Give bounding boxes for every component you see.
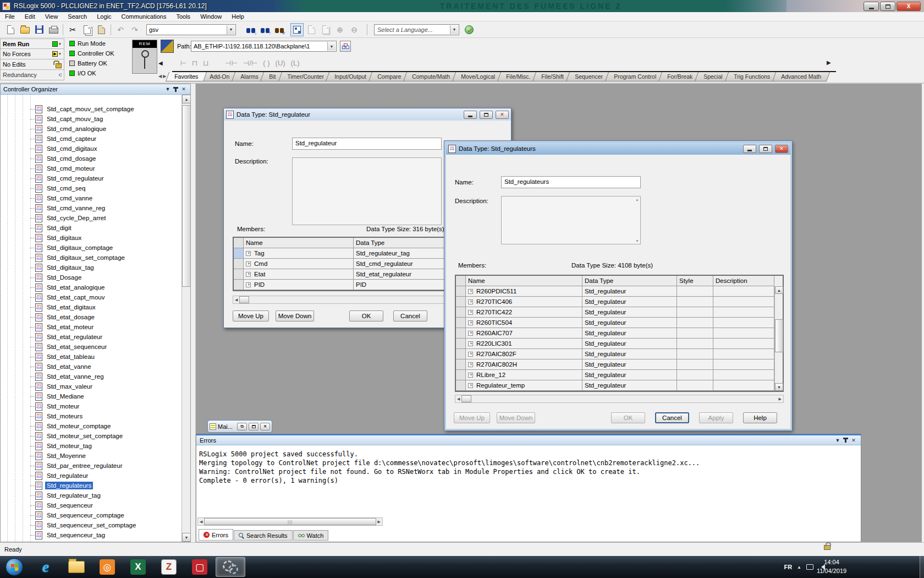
tree-item[interactable]: Std_digitaux_set_comptage	[1, 253, 182, 263]
errors-hscrollbar[interactable]: ◀ ||| ▶	[197, 517, 383, 526]
tab-watch[interactable]: Watch	[293, 530, 329, 541]
scroll-down-icon[interactable]: ▼	[635, 239, 639, 243]
tree-item[interactable]: Std_moteur_comptage	[1, 421, 182, 431]
tree-item[interactable]: Std_capt_mouv_tag	[1, 114, 182, 124]
member-row[interactable]: R270AIC802FStd_regulateur	[456, 349, 783, 359]
replace-button[interactable]: ★	[273, 23, 286, 36]
tab-compute-math[interactable]: Compute/Math	[403, 72, 459, 81]
tree-item[interactable]: Std_etat_tableau	[1, 352, 182, 362]
description-field[interactable]: ▲ ▼	[501, 196, 641, 244]
chevron-down-icon[interactable]: ▼	[834, 438, 842, 443]
chevron-down-icon[interactable]: ▼	[327, 42, 336, 51]
expand-icon[interactable]	[246, 282, 251, 287]
language-combo[interactable]: Select a Language... ▼	[374, 24, 459, 35]
close-icon[interactable]: ✕	[850, 438, 857, 443]
member-row[interactable]: R220LIC301Std_regulateur	[456, 339, 783, 349]
minimize-button[interactable]	[743, 145, 756, 153]
cancel-button[interactable]: Cancel	[655, 412, 689, 423]
scroll-left-icon[interactable]: ◀	[158, 60, 163, 66]
search-combo[interactable]: ▼	[146, 24, 236, 35]
apply-button[interactable]: Apply	[699, 412, 733, 423]
tree-item[interactable]: Std_Dosage	[1, 272, 182, 282]
chevron-down-icon[interactable]: ▼	[58, 52, 62, 56]
expand-icon[interactable]	[468, 362, 473, 367]
move-up-button[interactable]: Move Up	[233, 310, 269, 321]
scroll-up-icon[interactable]: ▲	[182, 95, 191, 103]
tree-item[interactable]: Std_moteur_set_comptage	[1, 431, 182, 441]
tree-item[interactable]: Std_max_valeur	[1, 381, 182, 391]
tree-item[interactable]: Std_digitaux_comptage	[1, 243, 182, 253]
tab-favorites[interactable]: Favorites	[166, 72, 207, 81]
member-row[interactable]: R270TIC406Std_regulateur	[456, 297, 783, 307]
close-button[interactable]: ✕	[775, 145, 788, 153]
tree-item[interactable]: Std_etat_sequenceur	[1, 342, 182, 352]
redundancy-button[interactable]: Redundancy ⑆	[0, 70, 64, 80]
ote-coil-icon[interactable]: ( )	[263, 59, 270, 67]
xic-contact-icon[interactable]: ⊣⊢	[225, 59, 238, 67]
errors-header[interactable]: Errors ▼ ✕	[196, 435, 861, 445]
tree-item[interactable]: Std_Mediane	[1, 391, 182, 401]
zoom-out-button[interactable]: ⊖	[348, 23, 361, 36]
chevron-down-icon[interactable]: ▼	[450, 25, 458, 34]
member-row[interactable]: R260PDIC511Std_regulateur	[456, 286, 783, 297]
scrollbar-thumb[interactable]	[461, 395, 471, 402]
tree-item[interactable]: Std_etat_dosage	[1, 312, 182, 322]
redo-button[interactable]: ↷	[128, 23, 141, 36]
row-selector[interactable]	[234, 269, 244, 280]
name-field[interactable]: Std_regulateurs	[501, 176, 641, 188]
chevron-down-icon[interactable]: ▼	[58, 42, 62, 46]
menu-logic[interactable]: Logic	[92, 13, 116, 20]
row-selector[interactable]	[456, 359, 466, 370]
tab-move-logical[interactable]: Move/Logical	[452, 72, 504, 81]
tree-item[interactable]: Std_sequenceur_comptage	[1, 510, 182, 520]
tabs-scroll-right-icon[interactable]: ▶	[163, 74, 166, 79]
row-selector[interactable]	[456, 307, 466, 318]
tab-trig-functions[interactable]: Trig Functions	[725, 72, 779, 81]
tab-input-output[interactable]: Input/Output	[326, 72, 375, 81]
menu-edit[interactable]: Edit	[20, 13, 40, 20]
tree-item[interactable]: Std_cmd_capteur	[1, 134, 182, 144]
tree-item[interactable]: Std_etat_regulateur	[1, 332, 182, 342]
restore-button[interactable]	[880, 2, 895, 11]
tree-item[interactable]: Std_etat_digitaux	[1, 302, 182, 312]
taskbar-clock[interactable]: 14:04 11/04/2019	[810, 558, 854, 575]
taskbar-explorer[interactable]	[62, 557, 91, 577]
move-up-button[interactable]: Move Up	[454, 412, 490, 423]
tree-item[interactable]: Std_sequenceur	[1, 500, 182, 510]
ok-button[interactable]: OK	[349, 310, 383, 321]
tree-item[interactable]: Std_sequenceur_set_comptage	[1, 520, 182, 530]
print-button[interactable]	[47, 23, 60, 36]
taskbar-internet-explorer[interactable]: e	[31, 557, 61, 577]
tree-item[interactable]: Std_etat_vanne_reg	[1, 372, 182, 381]
tree-item[interactable]: Std_regulateur	[1, 471, 182, 481]
tree-item[interactable]: Std_moteur_tag	[1, 441, 182, 451]
new-button[interactable]	[4, 23, 17, 36]
minimize-button[interactable]	[464, 111, 477, 119]
find-prev-button[interactable]: ↑	[258, 23, 272, 36]
otu-coil-icon[interactable]: (U)	[276, 59, 285, 67]
expand-icon[interactable]	[468, 341, 473, 346]
scroll-up-icon[interactable]: ▲	[635, 198, 639, 201]
branch-icon[interactable]: ⊓	[192, 59, 197, 67]
language-indicator[interactable]: FR	[784, 564, 792, 570]
paste-button[interactable]	[95, 23, 108, 36]
taskbar-rslogix[interactable]	[216, 557, 245, 577]
tree-item[interactable]: Std_Moyenne	[1, 451, 182, 461]
scrollbar-thumb[interactable]	[182, 105, 191, 287]
tree-item[interactable]: Std_cmd_seq	[1, 183, 182, 193]
scroll-right-icon[interactable]: ▶	[827, 59, 831, 66]
row-selector[interactable]	[234, 280, 244, 290]
menu-file[interactable]: File	[0, 13, 20, 20]
row-selector[interactable]	[456, 349, 466, 359]
scroll-right-icon[interactable]: ▶	[376, 520, 382, 524]
organizer-scrollbar[interactable]: ▲ ▼	[182, 95, 190, 542]
pin-icon[interactable]	[175, 87, 177, 92]
expand-icon[interactable]	[468, 289, 473, 294]
row-selector[interactable]	[456, 286, 466, 297]
tree-item[interactable]: Std_cmd_analogique	[1, 124, 182, 134]
row-selector[interactable]	[456, 297, 466, 307]
taskbar-app-red[interactable]: ▢	[185, 557, 215, 577]
expand-icon[interactable]	[468, 383, 473, 388]
language-globe-button[interactable]	[463, 23, 476, 36]
tree-item[interactable]: Std_cycle_Dep_arret	[1, 213, 182, 223]
